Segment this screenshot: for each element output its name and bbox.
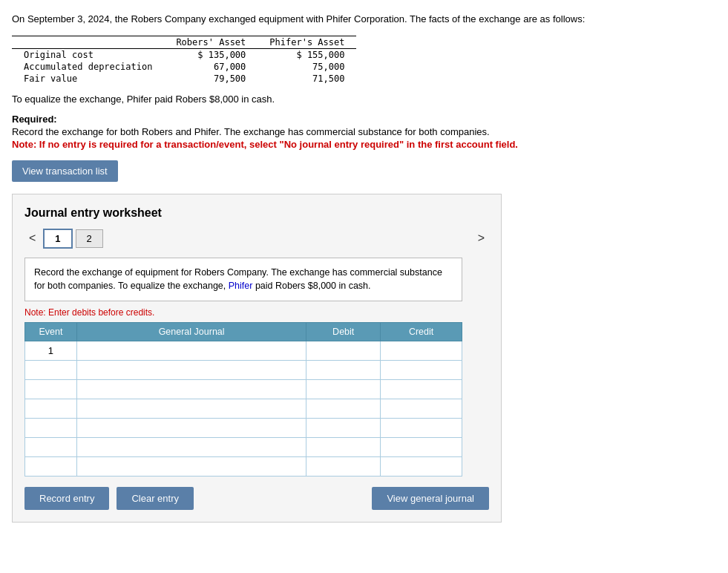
journal-cell-1[interactable] bbox=[76, 361, 306, 380]
journal-cell-6[interactable] bbox=[76, 457, 306, 477]
journal-cell-5[interactable] bbox=[76, 438, 306, 457]
phifer-asset-header: Phifer's Asset bbox=[258, 36, 356, 48]
phifer-highlight: Phifer bbox=[229, 281, 253, 291]
credit-cell-2[interactable] bbox=[381, 380, 462, 399]
journal-input-5[interactable] bbox=[77, 438, 306, 456]
debit-input-2[interactable] bbox=[306, 380, 380, 399]
robers-asset-header: Robers' Asset bbox=[164, 36, 258, 48]
journal-input-2[interactable] bbox=[77, 380, 306, 399]
journal-table: Event General Journal Debit Credit 1 bbox=[24, 322, 462, 477]
tab-1[interactable]: 1 bbox=[43, 229, 72, 249]
credit-header: Credit bbox=[381, 323, 462, 341]
record-entry-button[interactable]: Record entry bbox=[24, 487, 109, 510]
journal-input-6[interactable] bbox=[77, 457, 306, 476]
row-robers-1: 67,000 bbox=[164, 61, 258, 73]
bottom-buttons: Record entry Clear entry View general jo… bbox=[24, 487, 489, 510]
table-row bbox=[25, 361, 462, 380]
credit-input-4[interactable] bbox=[381, 419, 462, 437]
debit-cell-0[interactable] bbox=[306, 341, 381, 361]
intro-text: On September 3, 2024, the Robers Company… bbox=[12, 12, 716, 27]
table-row bbox=[25, 399, 462, 419]
general-journal-header: General Journal bbox=[76, 323, 306, 341]
debit-input-6[interactable] bbox=[306, 457, 380, 476]
event-cell-6 bbox=[25, 457, 77, 477]
worksheet-container: Journal entry worksheet < 1 2 > Record t… bbox=[12, 194, 502, 523]
row-robers-2: 79,500 bbox=[164, 73, 258, 85]
journal-input-0[interactable] bbox=[77, 341, 306, 360]
credit-cell-3[interactable] bbox=[381, 399, 462, 419]
debit-cell-6[interactable] bbox=[306, 457, 381, 477]
row-phifer-1: 75,000 bbox=[258, 61, 356, 73]
required-note: Note: If no entry is required for a tran… bbox=[12, 139, 716, 150]
next-arrow[interactable]: > bbox=[473, 230, 489, 246]
credit-cell-4[interactable] bbox=[381, 419, 462, 438]
debit-input-3[interactable] bbox=[306, 399, 380, 418]
journal-input-4[interactable] bbox=[77, 419, 306, 437]
entry-description-box: Record the exchange of equipment for Rob… bbox=[24, 258, 462, 302]
event-cell-5 bbox=[25, 438, 77, 457]
debit-input-4[interactable] bbox=[306, 419, 380, 437]
debit-input-1[interactable] bbox=[306, 361, 380, 379]
credit-cell-5[interactable] bbox=[381, 438, 462, 457]
credit-input-3[interactable] bbox=[381, 399, 462, 418]
note-debits: Note: Enter debits before credits. bbox=[24, 307, 489, 318]
credit-cell-6[interactable] bbox=[381, 457, 462, 477]
prev-arrow[interactable]: < bbox=[24, 230, 40, 246]
debit-input-0[interactable] bbox=[306, 341, 380, 360]
equalize-text: To equalize the exchange, Phifer paid Ro… bbox=[12, 94, 716, 105]
journal-cell-2[interactable] bbox=[76, 380, 306, 399]
credit-input-6[interactable] bbox=[381, 457, 462, 476]
row-label-0: Original cost bbox=[12, 48, 164, 61]
event-cell-2 bbox=[25, 380, 77, 399]
table-row bbox=[25, 380, 462, 399]
table-row bbox=[25, 438, 462, 457]
row-robers-0: $ 135,000 bbox=[164, 48, 258, 61]
row-label-1: Accumulated depreciation bbox=[12, 61, 164, 73]
debit-cell-2[interactable] bbox=[306, 380, 381, 399]
row-label-2: Fair value bbox=[12, 73, 164, 85]
credit-input-0[interactable] bbox=[381, 341, 462, 360]
event-cell-4 bbox=[25, 419, 77, 438]
journal-input-3[interactable] bbox=[77, 399, 306, 418]
credit-cell-1[interactable] bbox=[381, 361, 462, 380]
debit-input-5[interactable] bbox=[306, 438, 380, 456]
event-cell-1 bbox=[25, 361, 77, 380]
tab-navigation: < 1 2 > bbox=[24, 229, 489, 249]
event-cell-0: 1 bbox=[25, 341, 77, 361]
debit-cell-4[interactable] bbox=[306, 419, 381, 438]
row-phifer-0: $ 155,000 bbox=[258, 48, 356, 61]
table-row: 1 bbox=[25, 341, 462, 361]
journal-input-1[interactable] bbox=[77, 361, 306, 379]
table-row bbox=[25, 457, 462, 477]
credit-input-2[interactable] bbox=[381, 380, 462, 399]
required-label: Required: bbox=[12, 114, 716, 125]
debit-cell-5[interactable] bbox=[306, 438, 381, 457]
tab-2[interactable]: 2 bbox=[76, 229, 103, 248]
event-cell-3 bbox=[25, 399, 77, 419]
credit-input-1[interactable] bbox=[381, 361, 462, 379]
debit-header: Debit bbox=[306, 323, 381, 341]
journal-cell-0[interactable] bbox=[76, 341, 306, 361]
credit-cell-0[interactable] bbox=[381, 341, 462, 361]
view-transaction-button[interactable]: View transaction list bbox=[12, 160, 118, 182]
required-instruction: Record the exchange for both Robers and … bbox=[12, 126, 716, 137]
debit-cell-3[interactable] bbox=[306, 399, 381, 419]
facts-table: Robers' Asset Phifer's Asset Original co… bbox=[12, 36, 356, 85]
required-section: Required: Record the exchange for both R… bbox=[12, 114, 716, 150]
worksheet-title: Journal entry worksheet bbox=[24, 206, 489, 220]
event-header: Event bbox=[25, 323, 77, 341]
entry-description-text: Record the exchange of equipment for Rob… bbox=[34, 267, 442, 292]
debit-cell-1[interactable] bbox=[306, 361, 381, 380]
table-row bbox=[25, 419, 462, 438]
clear-entry-button[interactable]: Clear entry bbox=[117, 487, 194, 510]
journal-cell-4[interactable] bbox=[76, 419, 306, 438]
view-general-journal-button[interactable]: View general journal bbox=[372, 487, 489, 510]
credit-input-5[interactable] bbox=[381, 438, 462, 456]
row-phifer-2: 71,500 bbox=[258, 73, 356, 85]
journal-cell-3[interactable] bbox=[76, 399, 306, 419]
